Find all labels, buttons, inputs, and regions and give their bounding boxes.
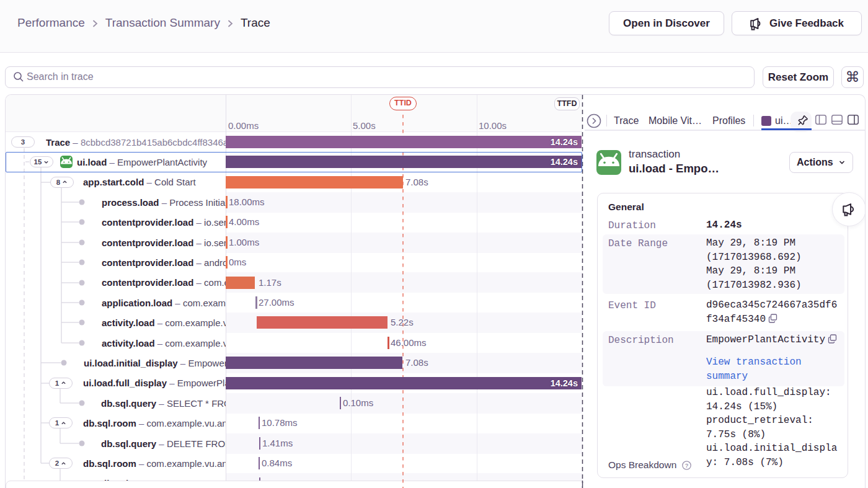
svg-text:?: ? (685, 462, 688, 468)
